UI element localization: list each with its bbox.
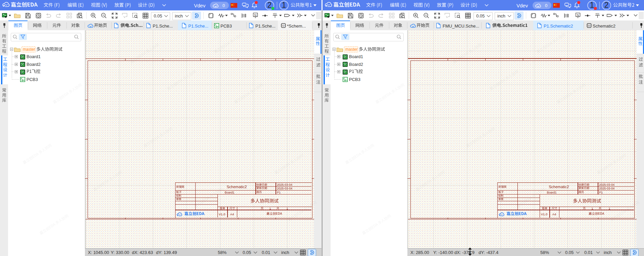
svg-text:vcc: vcc [273,12,277,15]
svg-text:vcc: vcc [595,12,599,15]
svg-text:N: N [577,13,579,17]
svg-text:N: N [254,13,257,17]
svg-text:D: D [588,24,590,27]
svg-text:D: D [283,24,285,27]
